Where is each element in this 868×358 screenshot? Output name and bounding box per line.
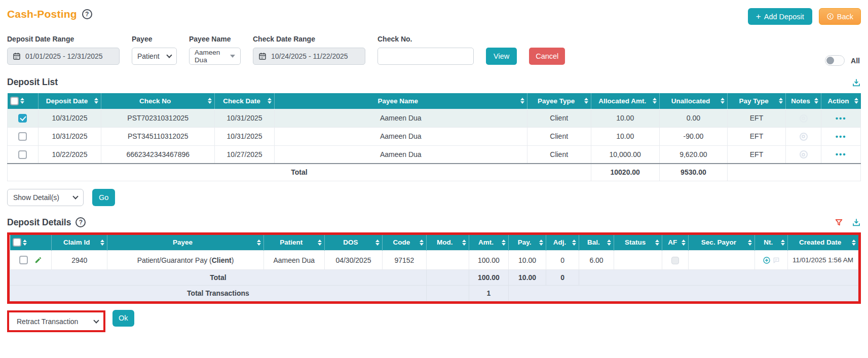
sort-icon[interactable] (854, 98, 858, 104)
details-total-row: Total 100.00 10.00 0 (10, 270, 858, 286)
row-checkbox[interactable] (18, 150, 27, 159)
col-created-date[interactable]: Created Date (787, 235, 858, 251)
sort-icon[interactable] (20, 98, 24, 104)
export-download-icon[interactable] (852, 218, 861, 227)
sort-icon[interactable] (257, 240, 261, 246)
deposit-details-highlight-box: Claim Id Payee Patient DOS Code Mod. Amt… (7, 232, 861, 304)
check-no-input[interactable] (378, 48, 474, 65)
sort-icon[interactable] (655, 240, 659, 246)
check-date-range-input[interactable]: 10/24/2025 - 11/22/2025 (253, 48, 365, 65)
sort-icon[interactable] (375, 240, 380, 246)
help-icon[interactable]: ? (76, 217, 86, 227)
sort-icon[interactable] (748, 240, 752, 246)
sort-icon[interactable] (607, 240, 611, 246)
payee-name-select[interactable]: Aameen Dua (189, 48, 241, 65)
col-payee[interactable]: Payee (107, 235, 263, 251)
notes-icon[interactable] (800, 150, 808, 158)
col-deposit-date[interactable]: Deposit Date (38, 93, 101, 109)
sort-icon[interactable] (721, 98, 725, 104)
col-patient[interactable]: Patient (263, 235, 325, 251)
col-dos[interactable]: DOS (325, 235, 383, 251)
deposit-list-title: Deposit List (7, 77, 58, 88)
col-pay-type[interactable]: Pay Type (728, 93, 786, 109)
all-toggle[interactable] (825, 55, 845, 66)
col-claim-id[interactable]: Claim Id (52, 235, 107, 251)
deposit-date-range-input[interactable]: 01/01/2025 - 12/31/2025 (7, 48, 120, 65)
action-menu-icon[interactable]: ••• (836, 132, 847, 141)
sort-icon[interactable] (852, 240, 856, 246)
cancel-button[interactable]: Cancel (529, 48, 565, 65)
sort-icon[interactable] (420, 240, 424, 246)
select-all-checkbox[interactable] (10, 97, 19, 105)
export-download-icon[interactable] (852, 78, 861, 87)
sort-icon[interactable] (682, 240, 686, 246)
col-check-no[interactable]: Check No (101, 93, 215, 109)
sort-icon[interactable] (268, 98, 272, 104)
sort-icon[interactable] (94, 98, 98, 104)
col-adj[interactable]: Adj. (546, 235, 579, 251)
table-row: 10/22/2025 6662342343467896 10/27/2025 A… (8, 145, 861, 164)
table-row: 10/31/2025 PST702310312025 10/31/2025 Aa… (8, 109, 861, 127)
deposit-list-total-row: Total 10020.00 9530.00 (8, 164, 861, 181)
go-button[interactable]: Go (92, 189, 115, 206)
col-unallocated[interactable]: Unallocated (659, 93, 728, 109)
col-sec-payor[interactable]: Sec. Payor (689, 235, 755, 251)
sort-icon[interactable] (814, 98, 818, 104)
sort-icon[interactable] (502, 240, 506, 246)
action-menu-icon[interactable]: ••• (836, 150, 847, 158)
sort-icon[interactable] (653, 98, 657, 104)
col-action[interactable]: Action (821, 93, 861, 109)
sort-icon[interactable] (539, 240, 543, 246)
row-checkbox[interactable] (18, 132, 27, 141)
sort-icon[interactable] (781, 240, 785, 246)
sort-icon[interactable] (208, 98, 212, 104)
col-af[interactable]: AF (662, 235, 689, 251)
select-all-header[interactable] (8, 93, 39, 109)
filter-bar: Deposit Date Range 01/01/2025 - 12/31/20… (7, 35, 861, 65)
col-amt[interactable]: Amt. (469, 235, 509, 251)
view-button[interactable]: View (486, 48, 517, 65)
select-all-header[interactable] (10, 235, 52, 251)
col-status[interactable]: Status (614, 235, 662, 251)
show-details-select[interactable]: Show Detail(s) (7, 189, 84, 206)
sort-icon[interactable] (318, 240, 322, 246)
sort-icon[interactable] (520, 98, 524, 104)
sort-icon[interactable] (23, 240, 27, 246)
sort-icon[interactable] (779, 98, 783, 104)
col-allocated-amt[interactable]: Allocated Amt. (591, 93, 659, 109)
notes-icon[interactable] (800, 133, 808, 141)
action-menu-icon[interactable]: ••• (836, 114, 847, 123)
col-notes[interactable]: Notes (785, 93, 821, 109)
sort-icon[interactable] (572, 240, 576, 246)
col-payee-name[interactable]: Payee Name (275, 93, 527, 109)
add-note-icon[interactable] (763, 256, 771, 264)
add-deposit-button[interactable]: + Add Deposit (748, 8, 812, 25)
retract-transaction-select[interactable]: Retract Transaction (10, 313, 102, 329)
col-payee-type[interactable]: Payee Type (527, 93, 591, 109)
col-bal[interactable]: Bal. (579, 235, 614, 251)
col-pay[interactable]: Pay. (509, 235, 546, 251)
chevron-down-icon (93, 317, 99, 323)
back-button[interactable]: Back (819, 8, 861, 25)
filter-funnel-icon[interactable] (835, 218, 843, 227)
payee-select[interactable]: Patient (132, 48, 177, 65)
col-mod[interactable]: Mod. (426, 235, 469, 251)
sort-icon[interactable] (462, 240, 466, 246)
ok-button[interactable]: Ok (112, 310, 134, 327)
col-check-date[interactable]: Check Date (215, 93, 275, 109)
chevron-down-icon (166, 52, 172, 58)
edit-pencil-icon[interactable] (34, 256, 42, 264)
sort-icon[interactable] (584, 98, 588, 104)
row-checkbox[interactable] (19, 256, 28, 264)
row-checkbox[interactable] (18, 114, 27, 123)
total-unallocated: 9530.00 (659, 164, 728, 181)
col-code[interactable]: Code (382, 235, 426, 251)
comment-icon[interactable] (773, 257, 780, 264)
total-label: Total (10, 270, 427, 286)
notes-icon[interactable] (800, 114, 808, 123)
sort-icon[interactable] (100, 240, 104, 246)
check-date-range-label: Check Date Range (253, 35, 365, 43)
select-all-checkbox[interactable] (13, 238, 21, 247)
col-nt[interactable]: Nt. (754, 235, 787, 251)
help-icon[interactable]: ? (82, 9, 92, 19)
